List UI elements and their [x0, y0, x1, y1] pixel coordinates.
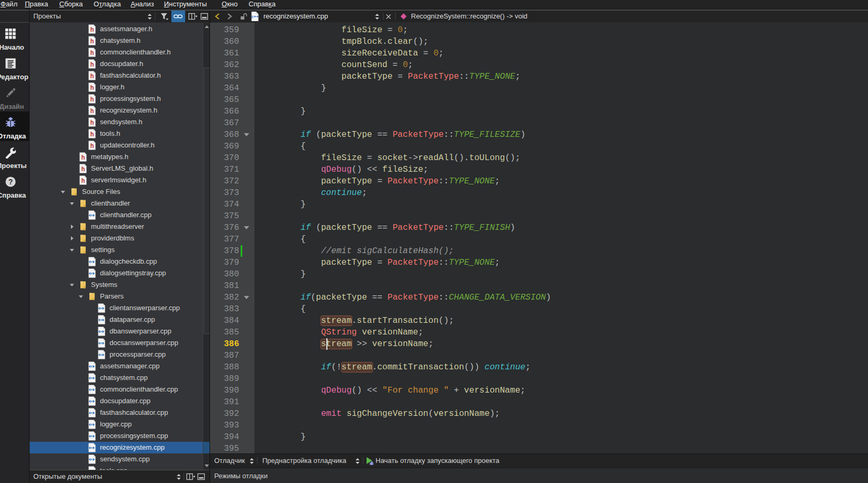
- svg-text:?: ?: [8, 178, 13, 186]
